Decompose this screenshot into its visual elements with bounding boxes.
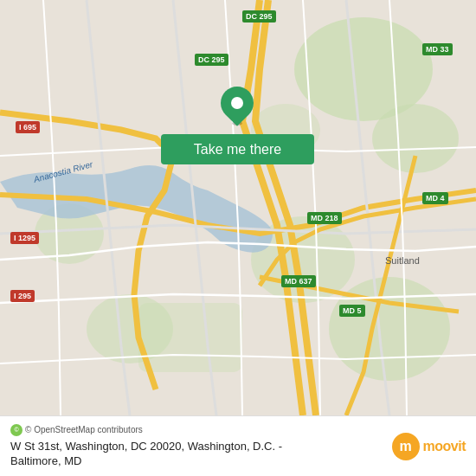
highway-label-dc295b: DC 295 (195, 54, 228, 66)
moovit-logo: m moovit (392, 433, 466, 460)
svg-rect-7 (138, 303, 242, 372)
osm-credit-text: © OpenStreetMap contributors (25, 425, 143, 434)
take-me-there-label: Take me there (194, 142, 281, 158)
moovit-brand: moovit (423, 439, 466, 454)
take-me-there-button[interactable]: Take me there (161, 134, 314, 164)
highway-label-i1295: I 1295 (10, 232, 39, 244)
moovit-icon: m (392, 433, 420, 460)
highway-label-dc295a: DC 295 (242, 10, 276, 23)
address-line1: W St 31st, Washington, DC 20020, Washing… (10, 440, 282, 453)
highway-label-md5: MD 5 (339, 305, 365, 317)
highway-label-md218: MD 218 (307, 212, 342, 224)
highway-label-md4: MD 4 (422, 192, 448, 204)
footer-left: © © OpenStreetMap contributors W St 31st… (10, 424, 392, 469)
address-line2: Baltimore, MD (10, 454, 81, 467)
footer: © © OpenStreetMap contributors W St 31st… (0, 415, 476, 476)
map-container: Suitland I 695 DC 295 DC 295 I 295 MD 33… (0, 0, 476, 415)
osm-credit: © © OpenStreetMap contributors (10, 424, 392, 436)
highway-label-i295: I 295 (10, 290, 35, 302)
address-text: W St 31st, Washington, DC 20020, Washing… (10, 440, 392, 469)
pin-center (231, 97, 243, 109)
location-pin (221, 87, 254, 125)
map-background: Suitland (0, 0, 476, 415)
pin-shape (214, 80, 261, 126)
svg-text:Suitland: Suitland (385, 255, 420, 266)
highway-label-md33: MD 33 (422, 43, 453, 55)
osm-logo: © (10, 424, 23, 436)
highway-label-i695: I 695 (16, 121, 40, 133)
highway-label-md637: MD 637 (281, 275, 316, 287)
